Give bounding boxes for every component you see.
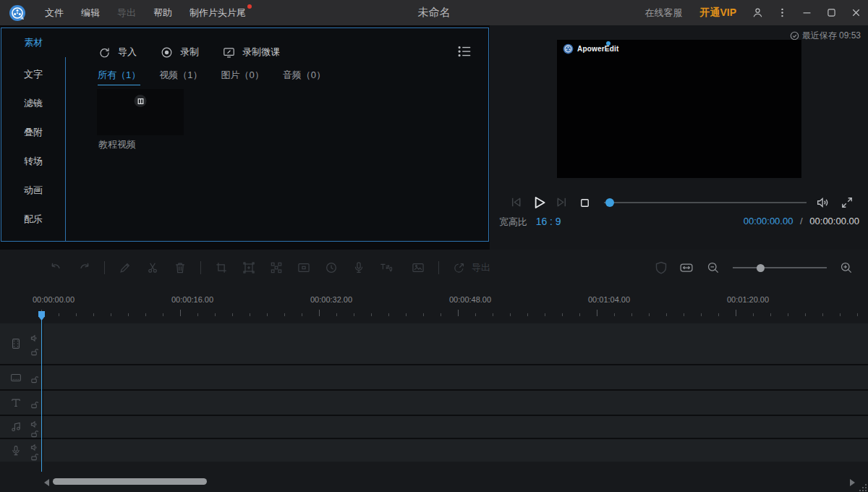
track-pip-lock-toggle[interactable]: [30, 373, 38, 381]
menu-export[interactable]: 导出: [109, 0, 145, 25]
fit-width-icon: [679, 260, 694, 275]
seek-slider[interactable]: [604, 202, 807, 203]
undo-button[interactable]: [49, 260, 64, 275]
aspect-ratio-label: 宽高比: [499, 216, 527, 227]
track-pip[interactable]: [0, 365, 868, 389]
play-button[interactable]: [529, 193, 548, 212]
track-voice-mute-toggle[interactable]: [30, 441, 38, 449]
sidebar-item-material[interactable]: 素材: [1, 28, 66, 57]
ruler-tick: [145, 313, 146, 316]
stop-button[interactable]: [578, 196, 592, 210]
resize-grip-icon[interactable]: [858, 482, 867, 491]
fit-timeline-button[interactable]: [679, 260, 694, 275]
ruler-tick: [302, 313, 302, 316]
previous-frame-button[interactable]: [509, 195, 524, 210]
zoom-in-button[interactable]: [839, 260, 854, 275]
sidebar-item-overlay[interactable]: 叠附: [1, 118, 65, 147]
track-video-mute-toggle[interactable]: [30, 332, 38, 340]
tab-video[interactable]: 视频（1）: [159, 69, 202, 85]
sidebar-item-text[interactable]: 文字: [1, 60, 65, 89]
track-music[interactable]: [0, 416, 868, 438]
account-button[interactable]: [745, 0, 770, 25]
export-button[interactable]: 导出: [452, 261, 490, 275]
track-voice-lock-toggle[interactable]: [30, 451, 38, 459]
track-text[interactable]: [0, 391, 868, 415]
timeline-ruler[interactable]: 00:00:00.0000:00:16.0000:00:32.0000:00:4…: [0, 286, 868, 320]
fullscreen-button[interactable]: [840, 195, 854, 210]
person-icon: [752, 7, 764, 19]
crop-button[interactable]: [214, 260, 229, 275]
ruler-tick: [840, 313, 841, 316]
import-button[interactable]: 导入: [98, 46, 137, 59]
redo-button[interactable]: [77, 260, 91, 275]
ruler-tick: [388, 313, 389, 316]
sidebar-item-filter[interactable]: 滤镜: [1, 89, 65, 118]
mosaic-button[interactable]: [269, 260, 284, 275]
app-logo-icon: [9, 4, 26, 22]
menu-help[interactable]: 帮助: [145, 0, 181, 25]
tab-audio[interactable]: 音频（0）: [283, 69, 326, 85]
close-button[interactable]: [843, 0, 868, 25]
delete-button[interactable]: [173, 260, 187, 275]
maximize-button[interactable]: [819, 0, 843, 25]
zoom-region-button[interactable]: [242, 260, 256, 275]
unlock-icon: [30, 453, 38, 461]
ruler-tick: [250, 313, 250, 316]
pip-track-icon: [9, 371, 22, 384]
fullscreen-icon: [840, 195, 854, 210]
voiceover-button[interactable]: [352, 260, 366, 275]
ruler-tick: [684, 313, 684, 316]
ruler-tick: [319, 310, 320, 316]
seek-handle[interactable]: [605, 198, 614, 207]
pip-button[interactable]: [297, 260, 311, 275]
tab-image[interactable]: 图片（0）: [221, 69, 263, 85]
track-voice[interactable]: [0, 439, 868, 462]
track-video-lock-toggle[interactable]: [30, 346, 38, 354]
watermark-text: ApowerEdit: [577, 45, 619, 53]
online-support-link[interactable]: 在线客服: [636, 7, 691, 20]
sidebar-item-transition[interactable]: 转场: [1, 147, 65, 176]
media-item-thumbnail[interactable]: [97, 89, 184, 135]
edit-clip-button[interactable]: [118, 260, 132, 275]
menu-edit[interactable]: 编辑: [72, 0, 109, 25]
ruler-tick: [631, 313, 632, 316]
more-menu-button[interactable]: [770, 0, 794, 25]
watermark: ApowerEdit: [563, 43, 619, 54]
marker-shield-icon: [655, 261, 667, 274]
zoom-out-button[interactable]: [706, 260, 720, 275]
ruler-tick: [649, 313, 650, 316]
text-to-speech-button[interactable]: [379, 260, 398, 275]
track-video[interactable]: [0, 323, 868, 364]
ruler-tick: [753, 313, 754, 316]
menu-intro-outro[interactable]: 制作片头片尾: [181, 0, 255, 25]
list-view-button[interactable]: [456, 44, 472, 59]
snapshot-button[interactable]: [411, 260, 425, 275]
track-text-lock-toggle[interactable]: [30, 399, 38, 407]
menu-intro-outro-label: 制作片头片尾: [190, 7, 246, 18]
tab-all[interactable]: 所有（1）: [98, 69, 140, 85]
sidebar-item-animation[interactable]: 动画: [1, 176, 65, 205]
volume-button[interactable]: [815, 195, 831, 211]
record-lesson-button[interactable]: 录制微课: [222, 46, 280, 59]
minimize-button[interactable]: [794, 0, 819, 25]
aspect-ratio-value[interactable]: 16 : 9: [536, 216, 561, 227]
pencil-icon: [118, 260, 132, 275]
ruler-tick: [284, 313, 285, 316]
horizontal-scrollbar[interactable]: [53, 478, 207, 485]
split-button[interactable]: [145, 260, 160, 275]
redo-icon: [77, 260, 91, 275]
timeline-zoom-handle[interactable]: [757, 264, 765, 272]
vip-upgrade-link[interactable]: 开通VIP: [691, 7, 745, 20]
apoweredit-window: 文件 编辑 导出 帮助 制作片头片尾 未命名 在线客服 开通VIP: [0, 0, 868, 492]
duration-button[interactable]: [324, 260, 339, 275]
next-frame-button[interactable]: [554, 195, 569, 210]
record-button[interactable]: 录制: [160, 46, 199, 59]
menu-file[interactable]: 文件: [36, 0, 72, 25]
marker-button[interactable]: [655, 261, 667, 274]
track-music-lock-toggle[interactable]: [30, 428, 38, 436]
sidebar-item-music[interactable]: 配乐: [1, 205, 65, 234]
timeline-zoom-slider[interactable]: [733, 267, 827, 268]
scroll-left-arrow[interactable]: [44, 479, 49, 486]
scroll-right-arrow[interactable]: [850, 479, 855, 486]
track-music-mute-toggle[interactable]: [30, 418, 38, 426]
